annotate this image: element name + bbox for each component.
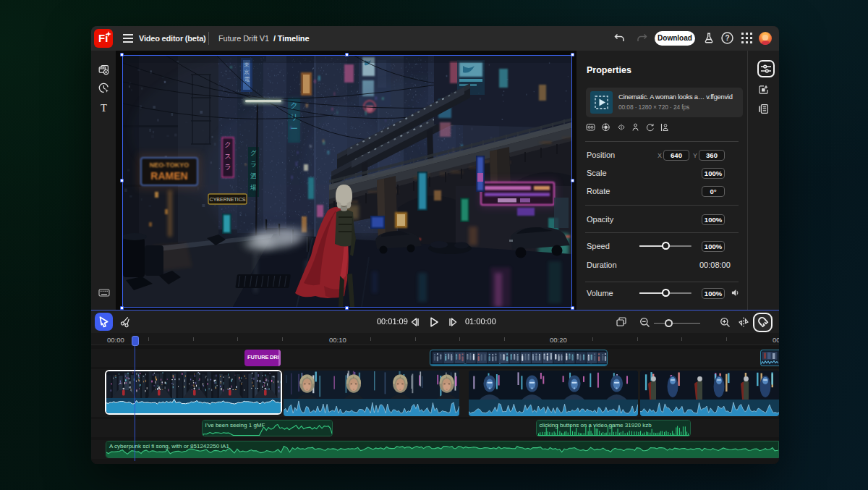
svg-text:T: T [101, 102, 107, 113]
svg-text:?: ? [725, 34, 729, 42]
